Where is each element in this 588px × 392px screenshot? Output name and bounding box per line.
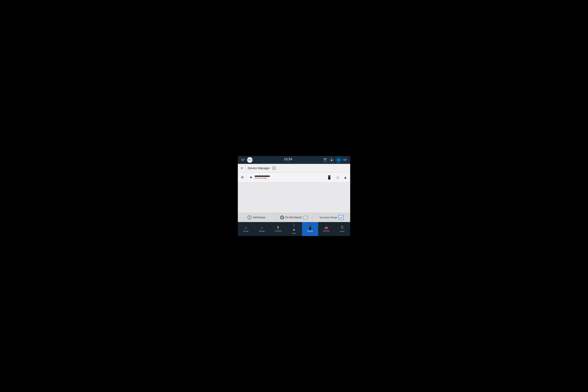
do-not-disturb-label: Do Not Disturb — [286, 216, 302, 219]
apps-icon: ⠿ — [341, 226, 344, 230]
do-not-disturb-section[interactable]: Do Not Disturb — [275, 213, 313, 222]
two-phones-section[interactable]: Two Active Phones — [313, 213, 350, 222]
music-icon[interactable]: ♫ — [336, 175, 339, 180]
header-divider — [245, 166, 245, 170]
nav-label-nav: Nav — [292, 232, 296, 234]
nav-item-media[interactable]: ♪ Media — [254, 222, 270, 236]
status-right: 58° OUT 72° — [324, 157, 347, 162]
nav-item-nav[interactable]: S A ▲ Nav — [286, 222, 302, 236]
lock-icon[interactable] — [329, 157, 334, 162]
nav-item-comfort[interactable]: 🧍 Comfort — [270, 222, 286, 236]
nav-label-home: Home — [243, 230, 249, 232]
nav-label-phone: Phone — [307, 230, 313, 232]
outside-temp: 58° OUT — [324, 158, 327, 162]
device-row: ⚙ ★ Not Connected 📱 ♫ ▲ — [238, 172, 350, 182]
temp-left: 72° — [241, 158, 245, 162]
device-settings-section: ⚙ — [241, 176, 247, 179]
back-button[interactable]: < — [241, 166, 243, 170]
media-icon: ♪ — [261, 226, 263, 230]
device-icons-right: 📱 ♫ ▲ — [327, 175, 347, 180]
gear-icon[interactable]: ⚙ — [241, 176, 244, 179]
add-icon: + — [248, 216, 251, 220]
phone-nav-icon: 📱 — [308, 226, 313, 230]
comfort-icon: 🧍 — [276, 226, 280, 229]
bottom-nav: ⌂ Home ♪ Media 🧍 Comfort S A ▲ Nav 📱 Pho… — [238, 222, 350, 236]
page-title: Device Manager — [248, 166, 270, 170]
favorite-icon[interactable]: ★ — [249, 176, 253, 179]
home-icon: ⌂ — [245, 226, 247, 230]
content-area — [238, 182, 350, 213]
device-name-block: Not Connected — [255, 176, 270, 179]
nav-item-phone[interactable]: 📱 Phone — [302, 222, 318, 236]
nav-item-apps[interactable]: ⠿ Apps — [334, 222, 350, 236]
svg-rect-0 — [331, 160, 332, 161]
two-phones-checkbox[interactable] — [339, 215, 344, 220]
fm-badge[interactable]: FM 96.9 — [247, 157, 253, 163]
device-name-pill[interactable] — [255, 176, 270, 177]
svg-line-2 — [281, 216, 283, 218]
info-icon[interactable]: i — [272, 166, 276, 170]
vehicle-icon: 🚗 — [324, 226, 328, 229]
nav-item-vehicle[interactable]: 🚗 Vehicle — [318, 222, 334, 236]
status-center: 10:54 ▼ — [284, 158, 292, 162]
status-left: 72° FM 96.9 — [241, 157, 253, 163]
temp-right: 72° — [343, 158, 347, 162]
phone-screen-icon[interactable]: 📱 — [327, 175, 332, 180]
action-bar: + Add Device Do Not Disturb Two Active P… — [238, 213, 350, 222]
two-phones-label: Two Active Phones — [319, 216, 337, 219]
nav-icon: S A ▲ — [292, 224, 296, 232]
status-bar: 72° FM 96.9 10:54 ▼ 58° OUT — [238, 156, 350, 164]
do-not-disturb-icon — [280, 216, 284, 220]
carplay-icon[interactable]: ▲ — [344, 175, 347, 180]
alexa-icon[interactable] — [336, 157, 341, 162]
page-header: < Device Manager i — [238, 164, 350, 172]
add-device-label: Add Device — [253, 216, 265, 219]
main-content: < Device Manager i ⚙ ★ Not Connected — [238, 164, 350, 222]
time-display: 10:54 — [284, 158, 292, 161]
device-favorite-section: ★ Not Connected — [247, 176, 273, 179]
connection-status: Not Connected — [255, 177, 267, 179]
do-not-disturb-toggle[interactable] — [303, 216, 308, 219]
add-device-section[interactable]: + Add Device — [238, 213, 275, 222]
nav-label-comfort: Comfort — [274, 230, 281, 232]
nav-label-vehicle: Vehicle — [323, 230, 329, 232]
time-chevron: ▼ — [287, 161, 289, 162]
nav-item-home[interactable]: ⌂ Home — [238, 222, 254, 236]
nav-label-apps: Apps — [340, 230, 344, 232]
nav-label-media: Media — [259, 230, 265, 232]
